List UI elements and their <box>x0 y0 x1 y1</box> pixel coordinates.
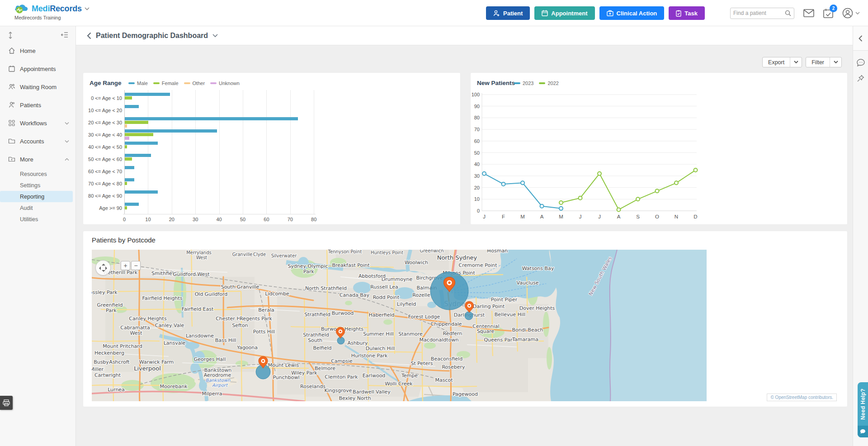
bar-male[interactable] <box>125 190 158 194</box>
envelope-icon <box>803 9 814 17</box>
sidebar-item-waiting-room[interactable]: Waiting Room <box>0 78 75 96</box>
clinical-action-button[interactable]: Clinical Action <box>599 6 665 20</box>
bar-male[interactable] <box>125 105 139 108</box>
sidebar-item-accounts[interactable]: Accounts <box>0 132 75 150</box>
task-button[interactable]: Task <box>669 6 705 20</box>
bar-male[interactable] <box>125 154 151 157</box>
pan-up-icon[interactable] <box>102 262 105 266</box>
map-label: Punchbowl <box>273 375 299 380</box>
help-chat-icon <box>858 426 868 437</box>
filter-dropdown-chevron-icon[interactable] <box>830 57 841 67</box>
pin-panel-button[interactable] <box>853 75 868 82</box>
bar-female[interactable] <box>125 157 132 161</box>
sidebar-subitem-resources[interactable]: Resources <box>0 168 75 180</box>
map-label: Hurlstone Park <box>351 353 388 359</box>
map-label: Park <box>106 308 117 313</box>
messages-button[interactable] <box>803 9 814 17</box>
sidebar-subitem-audit[interactable]: Audit <box>0 202 75 214</box>
bar-male[interactable] <box>125 117 298 120</box>
user-menu-chevron-down-icon <box>855 12 860 15</box>
map-label: Lilyfield <box>397 301 416 307</box>
comments-panel-button[interactable] <box>853 59 868 66</box>
bar-male[interactable] <box>125 166 134 169</box>
datapoint-2022[interactable] <box>559 201 563 204</box>
map-pan-control[interactable] <box>95 260 111 275</box>
collapse-sidebar-icon[interactable] <box>61 32 68 38</box>
map-label: Bardwell Valley <box>353 389 391 395</box>
datapoint-2022[interactable] <box>617 208 621 211</box>
bar-unknown[interactable] <box>125 137 129 140</box>
dashboard-selector-chevron-icon[interactable] <box>212 34 218 38</box>
datapoint-2023[interactable] <box>559 207 563 210</box>
datapoint-2023[interactable] <box>540 204 544 208</box>
datapoint-2022[interactable] <box>656 189 659 193</box>
age-category-label: 20 <= Age < 30 <box>83 117 122 129</box>
sidebar-item-home[interactable]: Home <box>0 42 75 60</box>
sidebar-subitem-utilities[interactable]: Utilities <box>0 214 75 225</box>
datapoint-2023[interactable] <box>502 182 505 186</box>
map-label: Macdonaldtown <box>420 337 459 343</box>
sidebar-subitem-reporting[interactable]: Reporting <box>0 191 73 202</box>
appointments-notifications-button[interactable]: 2 <box>823 9 833 18</box>
sidebar-item-patients[interactable]: Patients <box>0 96 75 114</box>
expand-panel-button[interactable] <box>853 26 868 51</box>
sidebar-subitem-settings[interactable]: Settings <box>0 180 75 191</box>
bar-female[interactable] <box>125 133 153 136</box>
pan-left-icon[interactable] <box>97 266 101 270</box>
datapoint-2022[interactable] <box>598 172 601 176</box>
bar-female[interactable] <box>125 96 132 100</box>
map-label: Potts Hill <box>253 329 275 335</box>
datapoint-2022[interactable] <box>579 196 582 200</box>
datapoint-2022[interactable] <box>694 168 698 172</box>
search-input[interactable] <box>733 10 783 16</box>
map-label: North Strathfield <box>305 285 347 291</box>
map-zoom-in-button[interactable]: + <box>121 261 130 270</box>
bar-male[interactable] <box>125 142 158 145</box>
datapoint-2023[interactable] <box>521 181 524 185</box>
bar-male[interactable] <box>125 203 139 206</box>
need-help-tab[interactable]: Need Help? <box>858 382 868 437</box>
back-button-icon[interactable] <box>87 32 91 39</box>
sidebar-item-more[interactable]: More <box>0 150 75 168</box>
bar-female[interactable] <box>125 145 127 148</box>
pan-right-icon[interactable] <box>105 266 109 270</box>
pin-icon <box>857 75 864 82</box>
export-button[interactable]: Export <box>762 57 802 67</box>
datapoint-2022[interactable] <box>675 181 678 185</box>
resize-sidebar-icon[interactable] <box>7 32 14 39</box>
appointment-button[interactable]: Appointment <box>534 6 594 20</box>
map-label: Busby <box>94 359 109 365</box>
patient-search[interactable] <box>730 8 794 19</box>
map-label: Redfern <box>443 331 462 337</box>
patient-button[interactable]: Patient <box>486 6 530 20</box>
folder-plus-icon <box>8 156 15 163</box>
bar-other[interactable] <box>125 124 127 128</box>
postcode-map[interactable]: MerrylandsWestGranvilleClydeSilverwaterS… <box>92 250 707 401</box>
map-label: Sefton <box>232 323 248 328</box>
brand[interactable]: MediRecords Medirecords Training <box>14 4 90 20</box>
bar-male[interactable] <box>125 129 217 133</box>
search-icon[interactable] <box>785 10 791 16</box>
user-menu-button[interactable] <box>842 8 860 19</box>
print-button[interactable] <box>0 396 13 410</box>
pan-down-icon[interactable] <box>102 270 105 274</box>
brand-chevron-down-icon[interactable] <box>85 7 90 10</box>
sidebar-item-workflows[interactable]: Workflows <box>0 114 75 132</box>
datapoint-2022[interactable] <box>636 197 640 201</box>
bar-male[interactable] <box>125 93 170 96</box>
map-label: Lurnea <box>108 387 125 393</box>
patient-cluster-marker[interactable] <box>430 272 468 310</box>
bar-male[interactable] <box>125 178 134 181</box>
bar-female[interactable] <box>125 121 148 124</box>
sidebar-item-appointments[interactable]: Appointments <box>0 60 75 78</box>
bar-female[interactable] <box>125 206 127 209</box>
map-attribution[interactable]: © OpenStreetMap contributors. <box>767 394 837 401</box>
age-category-label: 70 <= Age < 80 <box>83 178 122 190</box>
map-label: Belmore <box>315 365 335 371</box>
bar-female[interactable] <box>125 182 127 185</box>
map-zoom-out-button[interactable]: − <box>131 261 141 270</box>
export-dropdown-chevron-icon[interactable] <box>790 57 802 67</box>
filter-button[interactable]: Filter <box>806 57 842 67</box>
map-label: Canada Bay <box>340 292 370 298</box>
datapoint-2023[interactable] <box>482 172 486 176</box>
